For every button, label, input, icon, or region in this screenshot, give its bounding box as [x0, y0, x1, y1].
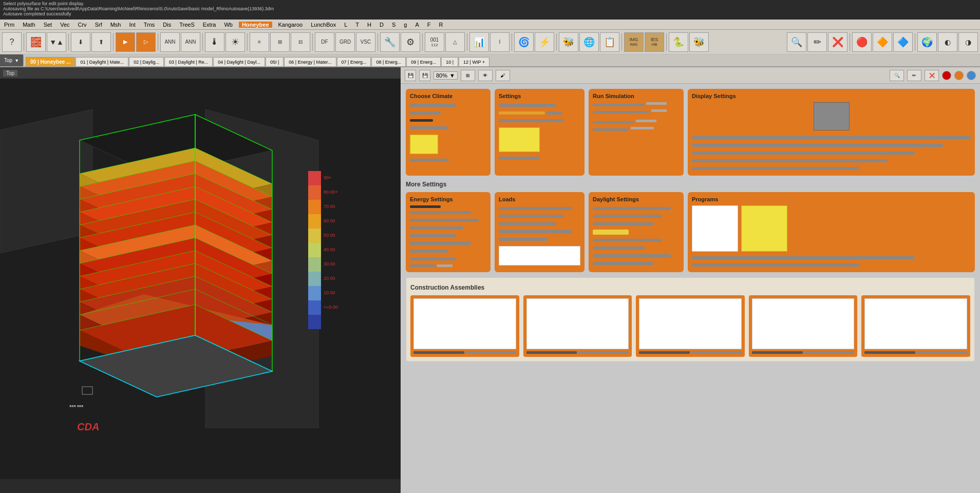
tb-btn-22[interactable]: I: [490, 32, 510, 52]
tb-btn-12[interactable]: ⊞: [270, 32, 290, 52]
tb-btn-11[interactable]: ≡: [250, 32, 269, 52]
fit-view-button[interactable]: ⊞: [461, 70, 475, 81]
tab-daylight-dayl[interactable]: 04 | Daylight | Dayl...: [213, 57, 265, 66]
energy-settings-component[interactable]: Energy Settings: [406, 192, 491, 272]
tab-viewport[interactable]: Top ▼: [0, 54, 23, 66]
tab-daylight-mate[interactable]: 01 | Daylight | Mate...: [76, 57, 128, 66]
tb-btn-30[interactable]: 🐍: [669, 32, 688, 52]
search-button[interactable]: 🔍: [890, 70, 904, 81]
menu-srf[interactable]: Srf: [93, 22, 104, 28]
save2-button[interactable]: 💾: [419, 70, 430, 81]
menu-extra[interactable]: Extra: [201, 22, 218, 28]
tb-btn-right-7[interactable]: 🌍: [917, 32, 937, 52]
loads-component[interactable]: Loads: [495, 192, 585, 272]
construction-item-1[interactable]: [410, 295, 519, 357]
color-3-button[interactable]: [967, 71, 976, 80]
tb-btn-8[interactable]: ANN: [181, 32, 200, 52]
color-1-button[interactable]: [942, 71, 951, 80]
menu-trns[interactable]: Trns: [142, 22, 157, 28]
tab-daylight[interactable]: 02 | Daylig...: [129, 57, 164, 66]
tb-btn-29[interactable]: IESHB: [645, 32, 664, 52]
tb-btn-28[interactable]: IMGIMG: [624, 32, 644, 52]
construction-item-3[interactable]: [636, 295, 745, 357]
tab-energy-08[interactable]: 08 | Energ...: [371, 57, 406, 66]
choose-climate-component[interactable]: Choose Climate: [406, 89, 491, 176]
menu-crv[interactable]: Crv: [76, 22, 89, 28]
tab-daylight-re[interactable]: 03 | Daylight | Re...: [164, 57, 213, 66]
menu-math[interactable]: Math: [21, 22, 37, 28]
tab-honeybee[interactable]: 00 | Honeybee ...: [26, 57, 75, 66]
tb-btn-14[interactable]: DF: [315, 32, 334, 52]
tb-btn-right-1[interactable]: 🔍: [787, 32, 806, 52]
brush-button[interactable]: 🖌: [496, 70, 510, 81]
tb-btn-1[interactable]: 🧱: [26, 32, 46, 52]
tab-10[interactable]: 10 |: [441, 57, 458, 66]
menu-t[interactable]: T: [353, 22, 361, 28]
menu-kangaroo[interactable]: Kangaroo: [276, 22, 305, 28]
construction-item-5[interactable]: [861, 295, 970, 357]
tb-btn-right-6[interactable]: 🔷: [893, 32, 913, 52]
menu-s[interactable]: S: [390, 22, 398, 28]
menu-dis[interactable]: Dis: [161, 22, 173, 28]
color-2-button[interactable]: [954, 71, 964, 80]
tb-btn-20[interactable]: △: [445, 32, 465, 52]
menu-int[interactable]: Int: [127, 22, 137, 28]
construction-item-4[interactable]: [749, 295, 858, 357]
tb-btn-17[interactable]: 🔧: [380, 32, 400, 52]
run-simulation-component[interactable]: Run Simulation: [589, 89, 684, 176]
tb-btn-15[interactable]: GRD: [335, 32, 355, 52]
menu-msh[interactable]: Msh: [108, 22, 123, 28]
tb-btn-31[interactable]: 🐝: [689, 32, 709, 52]
tb-btn-26[interactable]: 🌐: [579, 32, 599, 52]
menu-a[interactable]: A: [413, 22, 421, 28]
menu-r[interactable]: R: [437, 22, 445, 28]
construction-item-2[interactable]: [523, 295, 632, 357]
menu-f[interactable]: F: [425, 22, 433, 28]
eye-button[interactable]: 👁: [478, 70, 493, 81]
tb-btn-27[interactable]: 📋: [600, 32, 619, 52]
menu-wb[interactable]: Wb: [222, 22, 235, 28]
tb-btn-23[interactable]: 🌀: [514, 32, 534, 52]
tb-btn-21[interactable]: 📊: [469, 32, 489, 52]
tab-wip[interactable]: 12 | WIP +: [459, 57, 489, 66]
tb-btn-right-8[interactable]: ◐: [938, 32, 957, 52]
tb-btn-5[interactable]: ▶: [116, 32, 135, 52]
tb-btn-18[interactable]: ⚙: [401, 32, 420, 52]
menu-g[interactable]: g: [402, 22, 409, 28]
tb-btn-right-9[interactable]: ◑: [958, 32, 978, 52]
menu-prm[interactable]: Prm: [2, 22, 16, 28]
tb-btn-19[interactable]: 001112: [425, 32, 444, 52]
zoom-dropdown-arrow[interactable]: ▼: [449, 72, 455, 79]
tb-btn-9[interactable]: 🌡: [205, 32, 224, 52]
menu-l[interactable]: L: [342, 22, 349, 28]
delete-button[interactable]: ❌: [925, 70, 939, 81]
tb-btn-3[interactable]: ⬇: [71, 32, 90, 52]
tb-btn-10[interactable]: ☀: [225, 32, 245, 52]
edit-button[interactable]: ✏: [907, 70, 921, 81]
tb-btn-right-3[interactable]: ❌: [828, 32, 847, 52]
menu-set[interactable]: Set: [42, 22, 54, 28]
menu-trees[interactable]: TreeS: [177, 22, 197, 28]
tab-energy-mat[interactable]: 06 | Energy | Mater...: [284, 57, 336, 66]
tb-btn-7[interactable]: ANN: [160, 32, 180, 52]
menu-lunchbox[interactable]: LunchBox: [309, 22, 338, 28]
daylight-settings-component[interactable]: Daylight Settings: [589, 192, 684, 272]
tb-btn-16[interactable]: VSC: [356, 32, 375, 52]
save-button[interactable]: 💾: [405, 70, 416, 81]
programs-component[interactable]: Programs: [688, 192, 975, 272]
tab-05[interactable]: 05I |: [266, 57, 284, 66]
tab-energy-07[interactable]: 07 | Energ...: [337, 57, 371, 66]
menu-h[interactable]: H: [365, 22, 373, 28]
tb-btn-6[interactable]: ▷: [136, 32, 156, 52]
tb-btn-right-2[interactable]: ✏: [807, 32, 827, 52]
display-settings-component[interactable]: Display Settings: [688, 89, 975, 176]
tb-btn-25[interactable]: 🐝: [559, 32, 578, 52]
tb-btn-right-5[interactable]: 🔶: [873, 32, 892, 52]
settings-component[interactable]: Settings: [495, 89, 585, 176]
help-button[interactable]: ?: [2, 32, 22, 52]
tb-btn-4[interactable]: ⬆: [91, 32, 111, 52]
viewport-label[interactable]: Top: [3, 70, 17, 77]
menu-d[interactable]: D: [378, 22, 386, 28]
tb-btn-right-4[interactable]: 🔴: [852, 32, 872, 52]
tb-btn-2[interactable]: ▼▲: [47, 32, 66, 52]
